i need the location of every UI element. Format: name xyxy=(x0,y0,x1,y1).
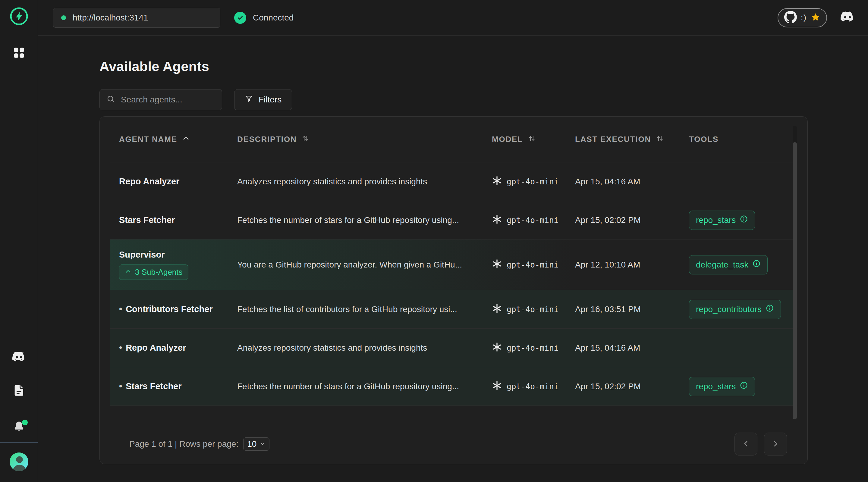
sub-agent-bullet: • xyxy=(119,304,122,314)
column-header[interactable]: DESCRIPTION xyxy=(237,134,492,144)
document-icon xyxy=(13,384,25,398)
agent-model-cell: gpt-4o-mini xyxy=(492,381,575,392)
sub-agents-count-label: 3 Sub-Agents xyxy=(135,267,183,277)
tool-badge[interactable]: repo_contributors xyxy=(689,300,781,319)
previous-page-button[interactable] xyxy=(735,432,757,455)
info-icon xyxy=(766,304,774,315)
openai-icon xyxy=(492,214,502,226)
app-logo[interactable] xyxy=(9,7,29,27)
discord-icon xyxy=(12,352,26,364)
column-header-label: LAST EXECUTION xyxy=(575,135,651,144)
connection-status: Connected xyxy=(234,12,293,24)
last-execution: Apr 15, 04:16 AM xyxy=(575,177,689,187)
column-header-label: TOOLS xyxy=(689,135,718,144)
star-icon xyxy=(811,12,820,23)
agent-name: Stars Fetcher xyxy=(119,215,175,225)
topbar-discord-link[interactable] xyxy=(840,11,855,24)
sort-icon xyxy=(301,134,310,144)
tool-name: repo_stars xyxy=(696,382,736,391)
column-header[interactable]: AGENT NAME xyxy=(119,134,237,144)
github-icon xyxy=(784,11,797,25)
table-row[interactable]: • Stars Fetcher Fetches the number of st… xyxy=(110,367,797,406)
topbar: Connected :) xyxy=(38,0,868,36)
table-row[interactable]: Stars Fetcher Fetches the number of star… xyxy=(110,201,797,239)
rows-per-page-select[interactable]: 10 xyxy=(243,438,270,451)
openai-icon xyxy=(492,175,502,188)
table-row[interactable]: Supervisor 3 Sub-Agents You are a GitHub… xyxy=(110,239,797,290)
sidebar xyxy=(0,0,38,482)
model-name: gpt-4o-mini xyxy=(507,216,558,225)
page-title: Available Agents xyxy=(99,59,868,75)
model-name: gpt-4o-mini xyxy=(507,382,558,391)
column-header[interactable]: MODEL xyxy=(492,134,575,144)
tools-cell: delegate_task xyxy=(689,255,797,275)
scrollbar-thumb[interactable] xyxy=(793,142,797,419)
github-smile-text: :) xyxy=(801,13,807,22)
rows-per-page-value: 10 xyxy=(247,439,256,449)
agent-name-cell: Repo Analyzer xyxy=(119,176,237,187)
tool-badge[interactable]: repo_stars xyxy=(689,377,755,396)
agent-name: Repo Analyzer xyxy=(119,176,179,187)
table-row[interactable]: • Repo Analyzer Analyzes repository stat… xyxy=(110,329,797,367)
tools-cell: repo_stars xyxy=(689,211,797,230)
table-row[interactable]: Repo Analyzer Analyzes repository statis… xyxy=(110,162,797,201)
topbar-right: :) xyxy=(778,8,855,27)
pagination-bar: Page 1 of 1 | Rows per page: 10 xyxy=(120,424,787,464)
next-page-button[interactable] xyxy=(764,432,787,455)
user-avatar[interactable] xyxy=(10,452,28,471)
connection-status-label: Connected xyxy=(253,13,293,23)
chevron-left-icon xyxy=(741,439,750,449)
column-header-label: DESCRIPTION xyxy=(237,135,297,144)
sidebar-docs-link[interactable] xyxy=(13,384,25,398)
notifications-button[interactable] xyxy=(13,421,25,433)
agent-name-cell: Supervisor 3 Sub-Agents xyxy=(119,250,237,280)
sub-agents-toggle[interactable]: 3 Sub-Agents xyxy=(119,264,188,280)
tool-badge[interactable]: repo_stars xyxy=(689,211,755,230)
agent-model-cell: gpt-4o-mini xyxy=(492,175,575,188)
model-name: gpt-4o-mini xyxy=(507,177,558,186)
table-header: AGENT NAME DESCRIPTION MODEL LAST EXECUT… xyxy=(110,117,797,162)
agent-name-cell: Stars Fetcher xyxy=(119,215,237,225)
tool-name: repo_contributors xyxy=(696,304,762,314)
agent-model-cell: gpt-4o-mini xyxy=(492,259,575,271)
filters-label: Filters xyxy=(258,95,281,104)
sidebar-bottom xyxy=(0,352,38,482)
tool-badge[interactable]: delegate_task xyxy=(689,255,768,275)
search-icon xyxy=(106,95,116,105)
main-content: Available Agents Filters AGENT NAME xyxy=(38,36,868,482)
chevron-up-icon xyxy=(125,267,131,277)
info-icon xyxy=(752,259,761,270)
last-execution: Apr 12, 10:10 AM xyxy=(575,260,689,269)
agent-name: Stars Fetcher xyxy=(126,381,181,391)
table-row[interactable]: • Contributors Fetcher Fetches the list … xyxy=(110,290,797,329)
model-name: gpt-4o-mini xyxy=(507,260,558,269)
last-execution: Apr 15, 04:16 AM xyxy=(575,343,689,353)
notification-dot xyxy=(22,420,28,425)
agent-description: Fetches the list of contributors for a G… xyxy=(237,304,492,314)
search-box[interactable] xyxy=(99,89,222,110)
pagination-buttons xyxy=(735,432,787,455)
sort-icon xyxy=(528,134,536,144)
server-url-field[interactable] xyxy=(53,8,220,28)
agent-description: Fetches the number of stars for a GitHub… xyxy=(237,215,492,225)
agent-description: Fetches the number of stars for a GitHub… xyxy=(237,382,492,391)
server-status-dot xyxy=(61,15,66,20)
table-body: Repo Analyzer Analyzes repository statis… xyxy=(110,162,797,406)
column-header-label: AGENT NAME xyxy=(119,135,177,144)
agent-name: Supervisor xyxy=(119,250,165,260)
column-header: TOOLS xyxy=(689,135,797,144)
model-name: gpt-4o-mini xyxy=(507,344,558,352)
search-input[interactable] xyxy=(121,95,215,104)
sidebar-discord-link[interactable] xyxy=(12,352,26,363)
tools-cell: repo_contributors xyxy=(689,300,797,319)
agents-table-card: AGENT NAME DESCRIPTION MODEL LAST EXECUT… xyxy=(99,116,808,464)
agent-name-cell: • Stars Fetcher xyxy=(119,381,237,391)
agent-name: Contributors Fetcher xyxy=(126,304,213,314)
filters-button[interactable]: Filters xyxy=(234,89,292,110)
sidebar-item-dashboard[interactable] xyxy=(12,46,26,61)
server-url-input[interactable] xyxy=(73,13,212,23)
agent-model-cell: gpt-4o-mini xyxy=(492,342,575,354)
column-header[interactable]: LAST EXECUTION xyxy=(575,134,689,144)
grid-icon xyxy=(12,46,26,61)
github-star-button[interactable]: :) xyxy=(778,8,827,27)
